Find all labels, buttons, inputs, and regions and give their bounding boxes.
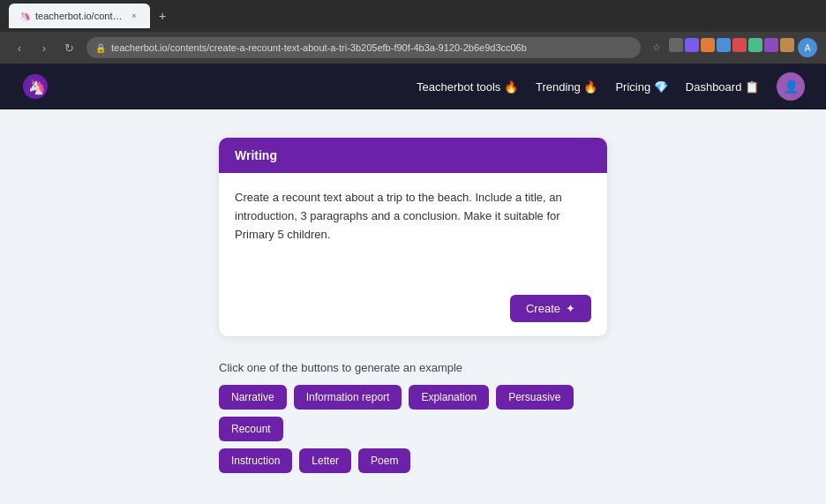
tab-title: teacherbot.io/contents... [35,11,124,21]
lock-icon: 🔒 [95,43,106,53]
main-content: Writing Create a recount text about a tr… [0,109,826,504]
tab-close-button[interactable]: × [129,11,139,21]
trending-link[interactable]: Trending 🔥 [536,80,597,94]
address-bar-row: ‹ › ↻ 🔒 teacherbot.io/contents/create-a-… [0,32,826,64]
recount-button[interactable]: Recount [219,417,283,441]
examples-label: Click one of the buttons to generate an … [219,361,607,374]
card-header: Writing [219,138,607,173]
dashboard-link[interactable]: Dashboard 📋 [686,80,759,94]
teacherbot-tools-link[interactable]: Teacherbot tools 🔥 [417,80,518,94]
instruction-button[interactable]: Instruction [219,448,292,473]
examples-section: Click one of the buttons to generate an … [219,361,607,480]
create-icon: ✦ [566,302,575,315]
card-body: Create a recount text about a trip to th… [219,173,607,288]
svg-text:🦄: 🦄 [28,79,46,95]
forward-button[interactable]: › [34,37,55,58]
create-button[interactable]: Create ✦ [510,295,591,322]
explanation-button[interactable]: Explanation [409,385,489,410]
url-text: teacherbot.io/contents/create-a-recount-… [111,42,527,53]
browser-chrome: 🦄 teacherbot.io/contents... × + [0,0,826,32]
browser-actions: ☆ A [648,38,817,57]
persuasive-button[interactable]: Persuasive [496,385,573,410]
profile-button[interactable]: A [798,38,817,57]
tab-bar: 🦄 teacherbot.io/contents... × + [9,4,171,28]
ext-icon-7 [764,38,778,52]
nav-buttons: ‹ › ↻ [9,37,79,58]
user-avatar[interactable]: 👤 [777,72,805,101]
ext-icon-3 [701,38,715,52]
letter-button[interactable]: Letter [299,448,351,473]
unicorn-logo-icon: 🦄 [21,72,49,101]
card-header-title: Writing [235,148,277,162]
app-navbar: 🦄 Teacherbot tools 🔥 Trending 🔥 Pricing … [0,64,826,109]
example-buttons-row-2: Instruction Letter Poem [219,448,607,473]
address-bar[interactable]: 🔒 teacherbot.io/contents/create-a-recoun… [86,37,641,58]
ext-icon-8 [780,38,794,52]
nav-links: Teacherbot tools 🔥 Trending 🔥 Pricing 💎 … [417,72,805,101]
information-report-button[interactable]: Information report [294,385,402,410]
back-button[interactable]: ‹ [9,37,30,58]
narrative-button[interactable]: Narrative [219,385,287,410]
writing-card: Writing Create a recount text about a tr… [219,138,607,336]
ext-icon-5 [732,38,747,52]
ext-icon-4 [717,38,731,52]
ext-icon-2 [685,38,699,52]
bookmark-button[interactable]: ☆ [648,38,665,56]
active-tab[interactable]: 🦄 teacherbot.io/contents... × [9,4,150,28]
extensions [669,38,794,57]
ext-icon-6 [748,38,762,52]
example-buttons-row-1: Narrative Information report Explanation… [219,385,607,441]
ext-icon-1 [669,38,683,52]
app-logo: 🦄 [21,72,49,101]
reload-button[interactable]: ↻ [58,37,79,58]
prompt-text: Create a recount text about a trip to th… [235,189,591,244]
card-footer: Create ✦ [219,288,607,336]
pricing-link[interactable]: Pricing 💎 [615,80,667,94]
new-tab-button[interactable]: + [154,7,171,25]
poem-button[interactable]: Poem [358,448,410,473]
